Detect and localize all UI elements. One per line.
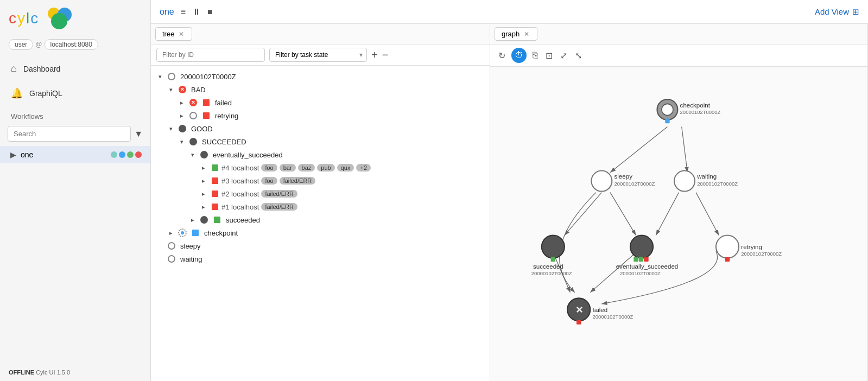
tree-tab-label: tree: [162, 30, 174, 38]
waiting-status-icon: [167, 254, 176, 264]
job3-status-icon: [210, 176, 220, 186]
waiting-chevron: [155, 254, 165, 264]
job3-row[interactable]: #3 localhost foo failed/ERR: [153, 174, 487, 187]
sidebar-item-dashboard[interactable]: ⌂ Dashboard: [0, 56, 150, 81]
sleepy-status-icon: [167, 241, 176, 251]
graph-tab[interactable]: graph ✕: [495, 27, 537, 41]
filter-id-input[interactable]: [156, 48, 265, 62]
succeeded-family-status-icon: [188, 137, 198, 147]
graph-panel: graph ✕ ↻ ⏱ ⎘ ⊡ ⤢ ⤡: [490, 24, 868, 381]
sidebar-item-graphiql[interactable]: 🔔 GraphiQL: [0, 81, 150, 106]
graph-node-retrying[interactable]: retrying 20000102T0000Z: [716, 236, 782, 262]
graph-content[interactable]: checkpoint 20000102T0000Z sleepy 2000010…: [490, 67, 867, 381]
cycle-chevron: [155, 72, 165, 81]
pause-icon-button[interactable]: ⏸: [191, 6, 202, 18]
stop-icon-button[interactable]: ■: [206, 6, 214, 18]
host-badge[interactable]: localhost:8080: [45, 39, 98, 50]
svg-point-13: [674, 171, 695, 192]
checkpoint-row[interactable]: checkpoint: [153, 226, 487, 239]
good-family-row[interactable]: GOOD: [153, 122, 487, 135]
search-input[interactable]: [8, 126, 131, 142]
sleepy-chevron: [155, 241, 165, 251]
waiting-row[interactable]: waiting: [153, 252, 487, 265]
graph-collapse-button[interactable]: ⤡: [573, 49, 584, 62]
eventually-chevron: [188, 150, 198, 160]
job4-row[interactable]: #4 localhost foo bar baz pub qux +2: [153, 161, 487, 174]
job1-row[interactable]: #1 localhost failed/ERR: [153, 200, 487, 213]
play-icon: ▶: [10, 150, 16, 159]
graph-node-succeeded[interactable]: succeeded 20000102T0000Z: [531, 236, 572, 277]
graph-node-label-succeeded: succeeded: [533, 263, 563, 270]
dot-blue: [119, 151, 125, 158]
checkpoint-square-icon: [191, 228, 200, 238]
sidebar: cylc user @ localhost:8080 ⌂ Dashboard 🔔…: [0, 0, 151, 381]
job4-status-icon: [210, 163, 220, 173]
add-view-label: Add View: [815, 7, 849, 16]
add-filter-button[interactable]: +: [371, 49, 378, 60]
sleepy-row[interactable]: sleepy: [153, 239, 487, 252]
graph-node-label-retrying: retrying: [741, 244, 762, 250]
succeeded-task-row[interactable]: succeeded: [153, 213, 487, 226]
good-family-label: GOOD: [191, 125, 213, 133]
cycle-row[interactable]: 20000102T0000Z: [153, 70, 487, 83]
job3-tag-err: failed/ERR: [280, 177, 316, 185]
sleepy-label: sleepy: [180, 242, 201, 250]
svg-point-12: [591, 171, 612, 192]
svg-rect-20: [639, 257, 643, 262]
tree-content: 20000102T0000Z ✕ BAD ✕: [151, 66, 490, 381]
filter-state-select[interactable]: Filter by task state: [269, 48, 367, 62]
bad-family-row[interactable]: ✕ BAD: [153, 83, 487, 96]
graph-node-checkpoint[interactable]: checkpoint 20000102T0000Z: [657, 99, 720, 123]
eventually-status-icon: [199, 150, 209, 160]
username-badge[interactable]: user: [9, 39, 33, 50]
failed-task-row[interactable]: ✕ failed: [153, 96, 487, 109]
graph-node-label-eventually-succeeded: eventually_succeeded: [616, 263, 679, 270]
tree-tab[interactable]: tree ✕: [155, 27, 192, 41]
tree-tab-close[interactable]: ✕: [178, 30, 185, 38]
user-info: user @ localhost:8080: [0, 37, 150, 56]
svg-rect-19: [633, 257, 638, 262]
job2-row[interactable]: #2 localhost failed/ERR: [153, 187, 487, 200]
succeeded-family-row[interactable]: SUCCEEDED: [153, 135, 487, 148]
eventually-succeeded-row[interactable]: eventually_succeeded: [153, 148, 487, 161]
workflow-title: one: [160, 7, 174, 17]
checkpoint-task-label: checkpoint: [204, 229, 238, 237]
job4-tag-bar: bar: [280, 164, 296, 172]
retrying-chevron: [177, 111, 187, 120]
add-view-icon: ⊞: [852, 7, 859, 17]
graph-tab-close[interactable]: ✕: [523, 30, 530, 38]
graph-node-sublabel-sleepy: 20000102T0000Z: [614, 181, 655, 187]
svg-line-5: [656, 193, 679, 236]
at-sign: @: [35, 41, 42, 48]
workflow-status-dots: [111, 151, 142, 158]
checkpoint-status-icon: [178, 228, 187, 238]
graph-info-button[interactable]: ⏱: [511, 48, 527, 63]
filter-icon-button[interactable]: ▼: [134, 129, 143, 139]
retrying-square-icon: [201, 111, 211, 120]
menu-icon-button[interactable]: ≡: [180, 6, 187, 18]
remove-filter-button[interactable]: −: [382, 49, 389, 60]
graph-expand-button[interactable]: ⤢: [559, 49, 569, 62]
graph-node-waiting[interactable]: waiting 20000102T0000Z: [674, 171, 738, 192]
add-view-button[interactable]: Add View ⊞: [815, 7, 859, 17]
succeeded-task-status-icon: [199, 215, 209, 225]
svg-point-16: [630, 236, 653, 258]
workflow-item-one[interactable]: ▶ one: [0, 146, 150, 163]
succeeded-task-label: succeeded: [226, 216, 260, 224]
graph-fit-button[interactable]: ⊡: [544, 49, 554, 62]
retrying-status-icon: [188, 111, 198, 120]
job4-tag-pub: pub: [317, 164, 334, 172]
graph-node-label-failed: failed: [592, 307, 607, 313]
svg-rect-15: [551, 257, 555, 262]
graph-refresh-button[interactable]: ↻: [497, 49, 507, 62]
graph-node-label-sleepy: sleepy: [614, 173, 633, 180]
graph-node-failed[interactable]: ✕ failed 20000102T0000Z: [567, 298, 633, 324]
good-status-icon: [178, 124, 187, 134]
graph-copy-button[interactable]: ⎘: [531, 49, 540, 62]
graph-node-sleepy[interactable]: sleepy 20000102T0000Z: [591, 171, 655, 192]
retrying-task-row[interactable]: retrying: [153, 109, 487, 122]
job3-chevron: [199, 176, 208, 186]
main-content: one ≡ ⏸ ■ Add View ⊞ tree ✕: [151, 0, 868, 381]
graph-node-eventually-succeeded[interactable]: eventually_succeeded 20000102T0000Z: [616, 236, 679, 277]
tree-tab-bar: tree ✕: [151, 24, 490, 45]
